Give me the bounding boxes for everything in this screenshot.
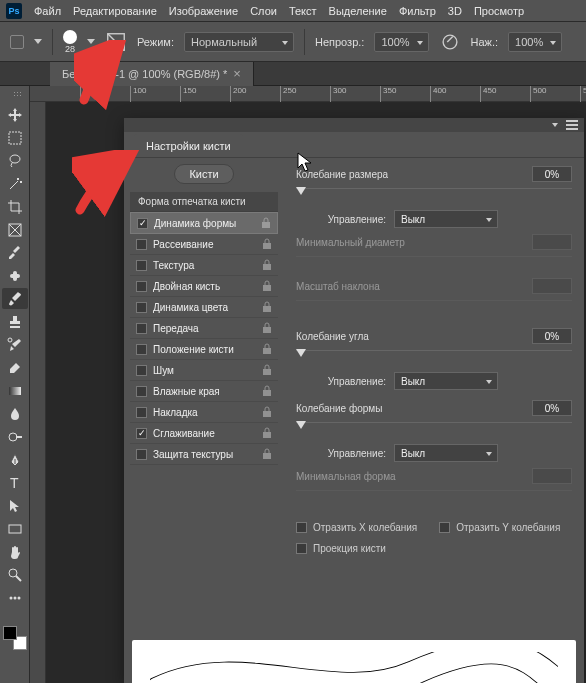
lasso-tool[interactable] xyxy=(2,150,28,171)
roundness-jitter-value[interactable]: 0% xyxy=(532,400,572,416)
healing-brush-tool[interactable] xyxy=(2,265,28,286)
menu-filter[interactable]: Фильтр xyxy=(399,5,436,17)
ruler-tick: 550 xyxy=(580,86,586,102)
lock-icon[interactable] xyxy=(262,238,272,250)
path-select-tool[interactable] xyxy=(2,495,28,516)
lock-icon[interactable] xyxy=(262,427,272,439)
tab-brush-settings[interactable]: Настройки кисти xyxy=(134,134,243,157)
marquee-tool[interactable] xyxy=(2,127,28,148)
menu-select[interactable]: Выделение xyxy=(329,5,387,17)
checkbox[interactable] xyxy=(136,239,147,250)
menu-3d[interactable]: 3D xyxy=(448,5,462,17)
chevron-down-icon[interactable] xyxy=(34,39,42,44)
sidebar-item[interactable]: Защита текстуры xyxy=(130,444,278,465)
brush-projection-checkbox[interactable]: Проекция кисти xyxy=(296,543,572,554)
foreground-swatch[interactable] xyxy=(3,626,17,640)
menu-edit[interactable]: Редактирование xyxy=(73,5,157,17)
close-icon[interactable]: × xyxy=(233,66,241,81)
svg-point-2 xyxy=(443,35,457,49)
chevron-down-icon[interactable] xyxy=(87,39,95,44)
pressure-opacity-icon[interactable] xyxy=(439,31,461,53)
grip-icon[interactable] xyxy=(5,92,25,98)
sidebar-item[interactable]: Влажные края xyxy=(130,381,278,402)
angle-jitter-value[interactable]: 0% xyxy=(532,328,572,344)
sidebar-item[interactable]: Текстура xyxy=(130,255,278,276)
menu-file[interactable]: Файл xyxy=(34,5,61,17)
lock-icon[interactable] xyxy=(261,217,271,229)
checkbox[interactable] xyxy=(136,260,147,271)
rectangle-tool[interactable] xyxy=(2,518,28,539)
checkbox[interactable] xyxy=(136,281,147,292)
color-swatches[interactable] xyxy=(3,626,27,650)
blend-mode-select[interactable]: Нормальный xyxy=(184,32,294,52)
size-jitter-value[interactable]: 0% xyxy=(532,166,572,182)
hand-tool[interactable] xyxy=(2,541,28,562)
sidebar-item[interactable]: Двойная кисть xyxy=(130,276,278,297)
lock-icon[interactable] xyxy=(262,448,272,460)
sidebar-item[interactable]: Рассеивание xyxy=(130,234,278,255)
sidebar-item[interactable]: Положение кисти xyxy=(130,339,278,360)
lock-icon[interactable] xyxy=(262,385,272,397)
menu-text[interactable]: Текст xyxy=(289,5,317,17)
sidebar-item[interactable]: Динамика цвета xyxy=(130,297,278,318)
tool-preset-picker[interactable] xyxy=(10,35,24,49)
checkbox[interactable] xyxy=(136,407,147,418)
brush-tool[interactable] xyxy=(2,288,28,309)
menu-image[interactable]: Изображение xyxy=(169,5,238,17)
checkbox[interactable] xyxy=(136,323,147,334)
roundness-control-select[interactable]: Выкл xyxy=(394,444,498,462)
menu-layers[interactable]: Слои xyxy=(250,5,277,17)
crop-tool[interactable] xyxy=(2,196,28,217)
sidebar-item[interactable]: Сглаживание xyxy=(130,423,278,444)
pen-tool[interactable] xyxy=(2,449,28,470)
lock-icon[interactable] xyxy=(262,259,272,271)
sidebar-item[interactable]: Накладка xyxy=(130,402,278,423)
brushes-button[interactable]: Кисти xyxy=(174,164,233,184)
magic-wand-tool[interactable] xyxy=(2,173,28,194)
panel-menu-icon[interactable] xyxy=(566,120,578,130)
opacity-select[interactable]: 100% xyxy=(374,32,428,52)
lock-icon[interactable] xyxy=(262,322,272,334)
collapse-icon[interactable] xyxy=(552,123,558,127)
zoom-tool[interactable] xyxy=(2,564,28,585)
edit-toolbar[interactable] xyxy=(2,587,28,608)
angle-control-select[interactable]: Выкл xyxy=(394,372,498,390)
lock-icon[interactable] xyxy=(262,301,272,313)
lock-icon[interactable] xyxy=(262,364,272,376)
eraser-tool[interactable] xyxy=(2,357,28,378)
menu-view[interactable]: Просмотр xyxy=(474,5,524,17)
size-jitter-slider[interactable] xyxy=(296,188,572,202)
roundness-jitter-slider[interactable] xyxy=(296,422,572,436)
sidebar-item[interactable]: Шум xyxy=(130,360,278,381)
blur-tool[interactable] xyxy=(2,403,28,424)
brush-preset-picker[interactable]: 28 xyxy=(63,30,77,54)
history-brush-tool[interactable] xyxy=(2,334,28,355)
dodge-tool[interactable] xyxy=(2,426,28,447)
size-control-select[interactable]: Выкл xyxy=(394,210,498,228)
lock-icon[interactable] xyxy=(262,343,272,355)
checkbox[interactable] xyxy=(136,365,147,376)
flow-select[interactable]: 100% xyxy=(508,32,562,52)
angle-jitter-slider[interactable] xyxy=(296,350,572,364)
checkbox[interactable] xyxy=(136,302,147,313)
checkbox[interactable] xyxy=(136,428,147,439)
sidebar-header[interactable]: Форма отпечатка кисти xyxy=(130,192,278,212)
brush-settings-toggle[interactable] xyxy=(105,31,127,53)
frame-tool[interactable] xyxy=(2,219,28,240)
sidebar-item[interactable]: Динамика формы xyxy=(130,212,278,234)
move-tool[interactable] xyxy=(2,104,28,125)
lock-icon[interactable] xyxy=(262,280,272,292)
checkbox[interactable] xyxy=(136,344,147,355)
eyedropper-tool[interactable] xyxy=(2,242,28,263)
lock-icon[interactable] xyxy=(262,406,272,418)
document-tab[interactable]: Без имени-1 @ 100% (RGB/8#) * × xyxy=(50,62,254,86)
checkbox[interactable] xyxy=(137,218,148,229)
gradient-tool[interactable] xyxy=(2,380,28,401)
stamp-tool[interactable] xyxy=(2,311,28,332)
checkbox[interactable] xyxy=(136,386,147,397)
flip-y-checkbox[interactable]: Отразить Y колебания xyxy=(439,522,560,533)
sidebar-item[interactable]: Передача xyxy=(130,318,278,339)
type-tool[interactable]: T xyxy=(2,472,28,493)
flip-x-checkbox[interactable]: Отразить X колебания xyxy=(296,522,417,533)
checkbox[interactable] xyxy=(136,449,147,460)
